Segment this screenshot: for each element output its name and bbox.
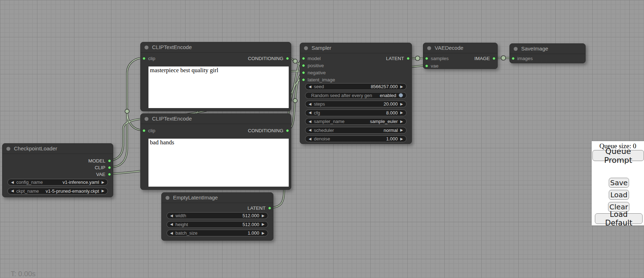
decrement-arrow-icon[interactable]: ◀ bbox=[170, 231, 173, 235]
increment-arrow-icon[interactable]: ▶ bbox=[262, 223, 265, 226]
node-title-bar[interactable]: CLIPTextEncode bbox=[141, 42, 291, 53]
decrement-arrow-icon[interactable]: ◀ bbox=[309, 102, 311, 106]
widget-label: seed bbox=[314, 84, 324, 89]
reroute-dot[interactable] bbox=[293, 98, 297, 103]
decrement-arrow-icon[interactable]: ◀ bbox=[309, 111, 311, 114]
output-label: CLIP bbox=[95, 165, 105, 170]
increment-arrow-icon[interactable]: ▶ bbox=[262, 231, 265, 235]
positive-prompt-textarea[interactable]: masterpiece best quality girl bbox=[148, 66, 289, 108]
increment-arrow-icon[interactable]: ▶ bbox=[400, 111, 403, 114]
save-button[interactable]: Save bbox=[609, 178, 629, 188]
decrement-arrow-icon[interactable]: ◀ bbox=[309, 137, 311, 141]
input-port-icon[interactable] bbox=[302, 64, 305, 67]
widget-cfg[interactable]: ◀ cfg 8.000 ▶ bbox=[305, 109, 407, 116]
input-port-icon[interactable] bbox=[425, 64, 428, 68]
node-collapse-dot[interactable] bbox=[6, 147, 10, 151]
reroute-dot[interactable] bbox=[415, 56, 420, 61]
decrement-arrow-icon[interactable]: ◀ bbox=[309, 85, 311, 89]
decrement-arrow-icon[interactable]: ◀ bbox=[309, 128, 311, 132]
increment-arrow-icon[interactable]: ▶ bbox=[400, 102, 403, 106]
input-slot-positive: positive bbox=[302, 63, 324, 68]
node-title-bar[interactable]: SaveImage bbox=[510, 44, 585, 54]
load-button[interactable]: Load bbox=[609, 190, 629, 200]
toggle-dot-icon[interactable] bbox=[399, 93, 403, 97]
output-slot-vae: VAE bbox=[96, 172, 111, 177]
node-collapse-dot[interactable] bbox=[145, 117, 148, 121]
increment-arrow-icon[interactable]: ▶ bbox=[400, 137, 403, 141]
increment-arrow-icon[interactable]: ▶ bbox=[101, 189, 104, 193]
widget-value: v1-5-pruned-emaonly.ckpt bbox=[46, 188, 99, 194]
queue-prompt-button[interactable]: Queue Prompt bbox=[592, 150, 644, 161]
node-collapse-dot[interactable] bbox=[304, 46, 308, 50]
input-port-icon[interactable] bbox=[142, 129, 146, 132]
output-port-icon[interactable] bbox=[492, 57, 496, 60]
increment-arrow-icon[interactable]: ▶ bbox=[400, 128, 403, 132]
reroute-dot[interactable] bbox=[293, 59, 297, 63]
output-label: LATENT bbox=[247, 205, 266, 211]
widget-height[interactable]: ◀ height 512.000 ▶ bbox=[167, 221, 268, 228]
decrement-arrow-icon[interactable]: ◀ bbox=[309, 120, 311, 123]
output-port-icon[interactable] bbox=[286, 57, 289, 60]
input-port-icon[interactable] bbox=[142, 57, 146, 60]
widget-label: scheduler bbox=[314, 128, 334, 133]
queue-sidebar-panel: Queue size: 0 Queue Prompt Save Load Cle… bbox=[592, 141, 644, 225]
widget-sampler-name[interactable]: ◀ sampler_name sample_euler ▶ bbox=[305, 118, 407, 125]
output-slot-latent: LATENT bbox=[247, 205, 271, 210]
load-default-button[interactable]: Load Default bbox=[595, 213, 643, 224]
decrement-arrow-icon[interactable]: ◀ bbox=[170, 223, 173, 226]
input-port-icon[interactable] bbox=[302, 57, 305, 60]
output-port-icon[interactable] bbox=[108, 159, 111, 162]
node-title-bar[interactable]: EmptyLatentImage bbox=[162, 193, 273, 203]
widget-seed[interactable]: ◀ seed 8566257.000 ▶ bbox=[305, 83, 407, 90]
widget-width[interactable]: ◀ width 512.000 ▶ bbox=[167, 212, 268, 219]
output-port-icon[interactable] bbox=[286, 129, 289, 132]
widget-value: enabled bbox=[380, 93, 396, 98]
node-collapse-dot[interactable] bbox=[166, 196, 169, 200]
output-port-icon[interactable] bbox=[108, 173, 111, 176]
increment-arrow-icon[interactable]: ▶ bbox=[400, 85, 403, 89]
widget-random-seed-toggle[interactable]: Random seed after every gen enabled bbox=[305, 92, 407, 99]
widget-scheduler[interactable]: ◀ scheduler normal ▶ bbox=[305, 127, 407, 134]
output-slot-conditioning: CONDITIONING bbox=[248, 128, 289, 133]
decrement-arrow-icon[interactable]: ◀ bbox=[11, 181, 14, 184]
input-port-icon[interactable] bbox=[302, 71, 305, 74]
negative-prompt-textarea[interactable]: bad hands bbox=[148, 139, 289, 187]
decrement-arrow-icon[interactable]: ◀ bbox=[11, 189, 14, 193]
widget-config-name[interactable]: ◀ config_name v1-inference.yaml ▶ bbox=[7, 179, 108, 186]
node-title-bar[interactable]: CLIPTextEncode bbox=[141, 114, 291, 124]
decrement-arrow-icon[interactable]: ◀ bbox=[170, 214, 173, 218]
node-collapse-dot[interactable] bbox=[145, 46, 148, 49]
node-collapse-dot[interactable] bbox=[427, 46, 431, 50]
input-label: positive bbox=[308, 63, 324, 68]
increment-arrow-icon[interactable]: ▶ bbox=[101, 181, 104, 184]
widget-ckpt-name[interactable]: ◀ ckpt_name v1-5-pruned-emaonly.ckpt ▶ bbox=[7, 188, 108, 194]
widget-value: 512.000 bbox=[242, 213, 259, 218]
widget-steps[interactable]: ◀ steps 20.000 ▶ bbox=[305, 101, 407, 107]
output-slot-clip: CLIP bbox=[95, 165, 111, 170]
node-title-bar[interactable]: CheckpointLoader bbox=[2, 144, 113, 154]
output-port-icon[interactable] bbox=[268, 207, 271, 210]
widget-value: 1.000 bbox=[386, 136, 398, 141]
input-port-icon[interactable] bbox=[302, 78, 305, 81]
output-label: MODEL bbox=[88, 158, 105, 164]
input-label: latent_image bbox=[308, 77, 335, 82]
widget-batch-size[interactable]: ◀ batch_size 1.000 ▶ bbox=[167, 230, 268, 236]
increment-arrow-icon[interactable]: ▶ bbox=[262, 214, 265, 218]
output-port-icon[interactable] bbox=[407, 57, 410, 60]
node-title-bar[interactable]: VAEDecode bbox=[423, 43, 497, 53]
node-checkpoint-loader: CheckpointLoader MODEL CLIP VAE ◀ config… bbox=[2, 143, 113, 197]
output-label: LATENT bbox=[386, 56, 404, 61]
output-label: CONDITIONING bbox=[248, 128, 283, 133]
output-port-icon[interactable] bbox=[108, 166, 111, 169]
reroute-dot[interactable] bbox=[501, 56, 506, 60]
input-port-icon[interactable] bbox=[425, 57, 428, 60]
node-title: VAEDecode bbox=[435, 45, 464, 51]
increment-arrow-icon[interactable]: ▶ bbox=[400, 120, 403, 123]
node-title-bar[interactable]: Sampler bbox=[300, 43, 412, 53]
input-slot-samples: samples bbox=[425, 56, 449, 61]
node-title: CLIPTextEncode bbox=[152, 44, 192, 50]
input-port-icon[interactable] bbox=[512, 57, 515, 60]
widget-denoise[interactable]: ◀ denoise 1.000 ▶ bbox=[305, 135, 407, 142]
node-collapse-dot[interactable] bbox=[514, 47, 518, 51]
reroute-dot[interactable] bbox=[125, 109, 129, 113]
